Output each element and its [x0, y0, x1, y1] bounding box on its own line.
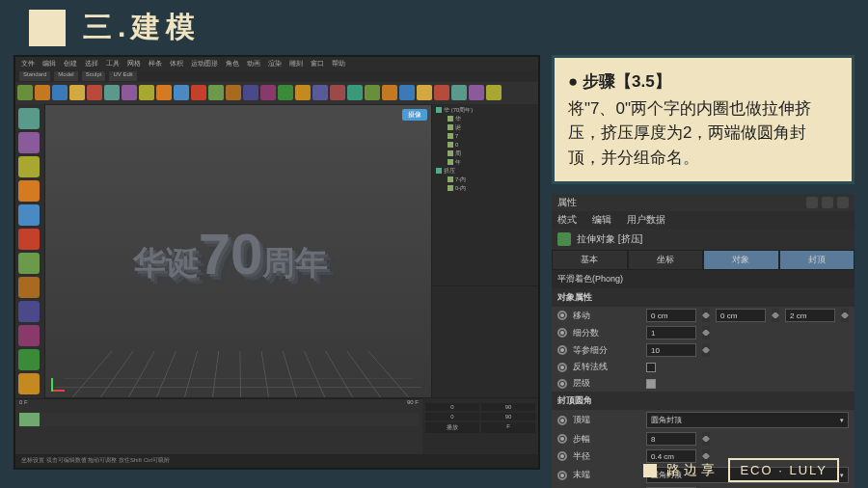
mode-row[interactable]: 模式编辑用户数据 [552, 211, 854, 229]
radio-icon[interactable] [557, 451, 567, 461]
hierarchy-item[interactable]: 周 [434, 149, 536, 158]
toolbar-icon[interactable] [312, 85, 328, 100]
menu-item[interactable]: 雕刻 [289, 59, 303, 68]
panel-icon[interactable] [822, 197, 833, 208]
coord-value[interactable]: 0 [425, 413, 479, 420]
toolbar-icon[interactable] [174, 85, 189, 100]
panel-icon[interactable] [837, 197, 849, 208]
toolbar-icon[interactable] [417, 85, 432, 100]
mode-item[interactable]: 编辑 [592, 213, 611, 227]
toolbar-icon[interactable] [365, 85, 380, 100]
radio-icon[interactable] [557, 328, 567, 338]
movement-y-input[interactable] [716, 309, 766, 322]
viewport-perspective[interactable]: 摄像 华诞70周年 [44, 104, 432, 398]
toolbar-icon[interactable] [260, 85, 276, 100]
hierarchy-group[interactable]: 挤压 [434, 167, 536, 176]
layout-tabs[interactable]: StandardModelSculptUV Edit [15, 70, 538, 82]
coord-value[interactable]: 90 [481, 413, 535, 420]
tool-icon[interactable] [18, 349, 40, 370]
menu-item[interactable]: 渲染 [268, 59, 282, 68]
radio-icon[interactable] [557, 379, 567, 389]
attribute-tab[interactable]: 对象 [703, 250, 779, 270]
radio-icon[interactable] [557, 311, 567, 320]
toolbar-icon[interactable] [35, 85, 50, 100]
spinner-icon[interactable] [702, 343, 710, 357]
toolbar-icon[interactable] [17, 85, 33, 100]
menu-item[interactable]: 网格 [127, 59, 141, 68]
main-toolbar[interactable] [15, 82, 538, 104]
tool-icon[interactable] [18, 301, 40, 322]
flip-normals-checkbox[interactable] [646, 363, 656, 372]
menu-item[interactable]: 窗口 [311, 59, 324, 68]
coord-value[interactable]: 0 [425, 403, 479, 411]
toolbar-icon[interactable] [347, 85, 363, 100]
toolbar-icon[interactable] [69, 85, 85, 100]
phong-tag[interactable]: 平滑着色(Phong) [552, 270, 854, 288]
left-toolbar[interactable] [15, 104, 44, 398]
hierarchy-group[interactable]: 华 (70周年) [434, 106, 536, 115]
tool-icon[interactable] [18, 253, 40, 274]
steps-top-input[interactable] [646, 432, 696, 446]
hierarchy-item[interactable]: 0-内 [434, 184, 536, 193]
menu-item[interactable]: 工具 [106, 59, 120, 68]
coord-value[interactable]: 90 [481, 403, 535, 411]
spinner-icon[interactable] [772, 309, 779, 322]
toolbar-icon[interactable] [330, 85, 345, 100]
toolbar-icon[interactable] [278, 85, 293, 100]
toolbar-icon[interactable] [226, 85, 241, 100]
movement-x-input[interactable] [646, 309, 696, 322]
object-manager[interactable]: 华 (70周年)华诞70周年挤压7-内0-内 [432, 104, 538, 286]
toolbar-icon[interactable] [486, 85, 502, 100]
tool-icon[interactable] [18, 325, 40, 346]
hierarchy-item[interactable]: 诞 [434, 123, 536, 132]
subdivisions-input[interactable] [646, 326, 696, 339]
toolbar-icon[interactable] [87, 85, 102, 100]
tool-icon[interactable] [18, 373, 40, 394]
spinner-icon[interactable] [702, 309, 710, 322]
tool-icon[interactable] [18, 156, 40, 177]
hierarchy-item[interactable]: 7-内 [434, 176, 536, 184]
toolbar-icon[interactable] [295, 85, 311, 100]
camera-badge[interactable]: 摄像 [402, 109, 427, 121]
radio-icon[interactable] [557, 363, 567, 372]
tool-icon[interactable] [18, 132, 40, 153]
toolbar-icon[interactable] [208, 85, 224, 100]
hierarchy-item[interactable]: 7 [434, 132, 536, 141]
menubar[interactable]: 文件编辑创建选择工具网格样条体积运动图形角色动画渲染雕刻窗口帮助 [15, 57, 538, 70]
menu-item[interactable]: 文件 [21, 59, 35, 68]
menu-item[interactable]: 创建 [64, 59, 77, 68]
radio-icon[interactable] [557, 345, 567, 355]
material-manager[interactable] [432, 286, 538, 398]
menu-item[interactable]: 运动图形 [191, 59, 218, 68]
toolbar-icon[interactable] [156, 85, 172, 100]
hierarchy-checkbox[interactable] [646, 379, 656, 389]
spinner-icon[interactable] [841, 309, 849, 322]
coord-value[interactable]: F [481, 422, 535, 433]
attribute-tab[interactable]: 封顶 [779, 250, 855, 270]
toolbar-icon[interactable] [434, 85, 449, 100]
coord-value[interactable]: 播放 [425, 422, 479, 433]
hierarchy-item[interactable]: 华 [434, 115, 536, 123]
toolbar-icon[interactable] [52, 85, 68, 100]
panel-header[interactable]: 属性 [552, 194, 854, 211]
panel-icon[interactable] [806, 197, 818, 208]
menu-item[interactable]: 体积 [170, 59, 183, 68]
timeline[interactable]: 0 F90 F [15, 398, 422, 455]
toolbar-icon[interactable] [243, 85, 258, 100]
menu-item[interactable]: 动画 [247, 59, 260, 68]
tool-icon[interactable] [18, 277, 40, 298]
tool-icon[interactable] [18, 180, 40, 202]
toolbar-icon[interactable] [399, 85, 415, 100]
toolbar-icon[interactable] [139, 85, 154, 100]
toolbar-icon[interactable] [104, 85, 120, 100]
toolbar-icon[interactable] [191, 85, 206, 100]
menu-item[interactable]: 角色 [226, 59, 239, 68]
toolbar-icon[interactable] [122, 85, 137, 100]
spinner-icon[interactable] [702, 326, 710, 339]
menu-item[interactable]: 选择 [85, 59, 98, 68]
menu-item[interactable]: 帮助 [332, 59, 345, 68]
radio-icon[interactable] [557, 434, 567, 444]
spinner-icon[interactable] [702, 432, 710, 446]
mode-item[interactable]: 用户数据 [627, 213, 665, 227]
radio-icon[interactable] [557, 471, 567, 480]
